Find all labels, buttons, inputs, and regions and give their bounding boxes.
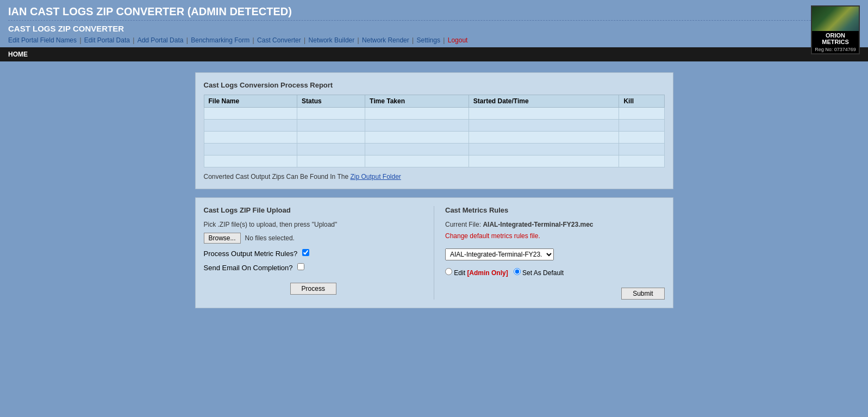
nav-add-portal-data[interactable]: Add Portal Data [138, 36, 184, 44]
cell-kill [619, 144, 664, 155]
header: IAN CAST LOGS ZIP CONVERTER (ADMIN DETEC… [0, 0, 868, 44]
cell-kill [619, 132, 664, 144]
cell-started-datetime [469, 108, 619, 120]
process-metric-checkbox[interactable] [302, 249, 309, 256]
nav-sep-7: | [410, 36, 416, 44]
main-content: Cast Logs Conversion Process Report File… [0, 61, 868, 319]
cast-metrics-title: Cast Metrics Rules [445, 206, 665, 214]
process-metric-label: Process Output Metric Rules? [204, 249, 309, 258]
no-files-label: No files selected. [245, 234, 295, 242]
report-title: Cast Logs Conversion Process Report [204, 81, 665, 89]
cell-time-taken [365, 144, 469, 155]
nav-edit-portal-data[interactable]: Edit Portal Data [84, 36, 130, 44]
table-row [204, 132, 664, 144]
nav-settings[interactable]: Settings [417, 36, 440, 44]
cell-filename [204, 120, 297, 132]
nav-benchmarking-form[interactable]: Benchmarking Form [191, 36, 249, 44]
cell-status [297, 155, 365, 167]
cell-started-datetime [469, 120, 619, 132]
black-nav-bar: HOME [0, 47, 868, 61]
nav-sep-3: | [184, 36, 190, 44]
zip-output-text: Converted Cast Output Zips Can Be Found … [204, 173, 665, 181]
edit-radio-label[interactable]: Edit [Admin Only] [445, 268, 508, 277]
process-button-row: Process [204, 277, 423, 295]
logo-name: ORION METRICS [812, 31, 859, 46]
cell-filename [204, 144, 297, 155]
cell-status [297, 144, 365, 155]
radio-row: Edit [Admin Only] Set As Default [445, 268, 665, 277]
nav-network-builder[interactable]: Network Builder [309, 36, 355, 44]
col-header-time-taken: Time Taken [365, 95, 469, 108]
cell-status [297, 108, 365, 120]
home-label: HOME [8, 51, 28, 58]
bottom-panels: Cast Logs ZIP File Upload Pick .ZIP file… [195, 197, 673, 308]
change-rules-row: Change default metrics rules file. [445, 232, 665, 240]
table-row [204, 120, 664, 132]
send-email-checkbox[interactable] [297, 263, 304, 270]
cell-started-datetime [469, 144, 619, 155]
cell-kill [619, 108, 664, 120]
cell-time-taken [365, 120, 469, 132]
send-email-row: Send Email On Completion? [204, 263, 423, 272]
dropdown-row: AIAL-Integrated-Terminal-FY23.mec [445, 244, 665, 265]
set-default-radio[interactable] [514, 268, 521, 275]
process-metric-row: Process Output Metric Rules? [204, 249, 423, 258]
cell-kill [619, 155, 664, 167]
admin-only-label: [Admin Only] [467, 269, 508, 277]
nav-logout[interactable]: Logout [448, 36, 468, 44]
rules-dropdown[interactable]: AIAL-Integrated-Terminal-FY23.mec [445, 248, 554, 260]
col-header-status: Status [297, 95, 365, 108]
cast-metrics-panel: Cast Metrics Rules Current File: AIAL-In… [434, 206, 665, 300]
current-file-row: Current File: AIAL-Integrated-Terminal-F… [445, 221, 665, 228]
nav-sep-8: | [441, 36, 447, 44]
cell-filename [204, 108, 297, 120]
edit-radio[interactable] [445, 268, 452, 275]
zip-output-folder-link[interactable]: Zip Output Folder [350, 173, 401, 181]
cell-filename [204, 132, 297, 144]
nav-edit-portal-field-names[interactable]: Edit Portal Field Names [8, 36, 77, 44]
process-button[interactable]: Process [290, 283, 336, 295]
nav-sep-4: | [251, 36, 256, 44]
cell-filename [204, 155, 297, 167]
table-row [204, 155, 664, 167]
table-row [204, 144, 664, 155]
upload-panel-title: Cast Logs ZIP File Upload [204, 206, 423, 214]
header-divider [8, 20, 860, 21]
logo-reg: Reg No: 07374769 [812, 46, 859, 53]
sub-title: CAST LOGS ZIP CONVERTER [8, 24, 860, 33]
upload-pick-label: Pick .ZIP file(s) to upload, then press … [204, 221, 423, 228]
current-file-name: AIAL-Integrated-Terminal-FY23.mec [483, 221, 593, 228]
report-panel: Cast Logs Conversion Process Report File… [195, 72, 673, 189]
cell-time-taken [365, 108, 469, 120]
set-default-radio-label[interactable]: Set As Default [514, 268, 564, 277]
logo: ORION METRICS Reg No: 07374769 [811, 5, 860, 54]
upload-panel: Cast Logs ZIP File Upload Pick .ZIP file… [204, 206, 423, 300]
nav-sep-2: | [131, 36, 136, 44]
change-rules-link[interactable]: Change default metrics rules file. [445, 232, 540, 240]
submit-button[interactable]: Submit [621, 288, 664, 300]
report-table: File Name Status Time Taken Started Date… [204, 95, 665, 167]
nav-bar: Edit Portal Field Names | Edit Portal Da… [8, 36, 860, 44]
cell-time-taken [365, 155, 469, 167]
send-email-label: Send Email On Completion? [204, 263, 305, 272]
browse-row: Browse... No files selected. [204, 233, 423, 244]
nav-sep-5: | [302, 36, 308, 44]
nav-network-render[interactable]: Network Render [362, 36, 409, 44]
table-row [204, 108, 664, 120]
submit-button-row: Submit [445, 282, 665, 300]
nav-sep-1: | [78, 36, 83, 44]
cell-time-taken [365, 132, 469, 144]
cell-kill [619, 120, 664, 132]
col-header-filename: File Name [204, 95, 297, 108]
cell-status [297, 120, 365, 132]
col-header-kill: Kill [619, 95, 664, 108]
main-title: IAN CAST LOGS ZIP CONVERTER (ADMIN DETEC… [8, 5, 860, 18]
cell-started-datetime [469, 155, 619, 167]
col-header-started-datetime: Started Date/Time [469, 95, 619, 108]
nav-sep-6: | [355, 36, 361, 44]
browse-button[interactable]: Browse... [204, 233, 241, 244]
nav-cast-converter[interactable]: Cast Converter [257, 36, 301, 44]
cell-started-datetime [469, 132, 619, 144]
cell-status [297, 132, 365, 144]
